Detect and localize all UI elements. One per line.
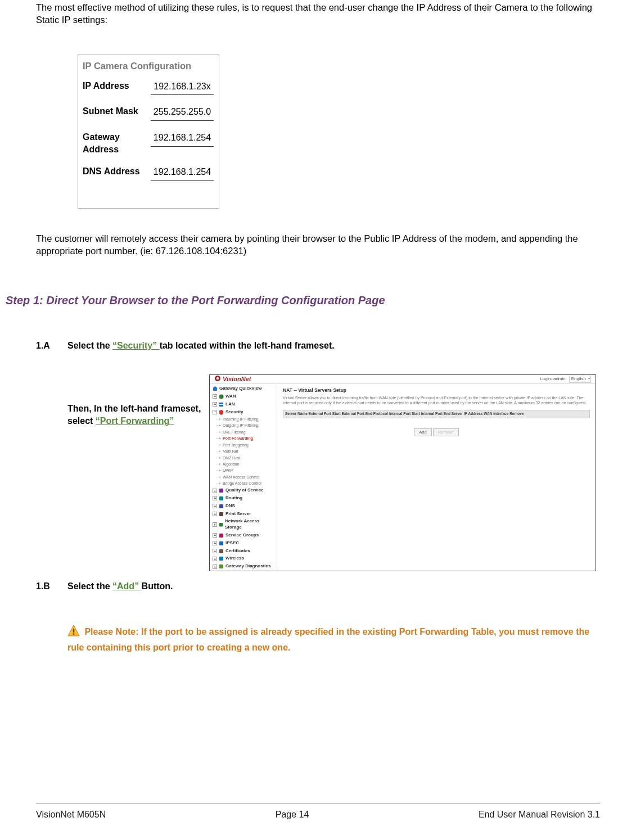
step-1b: 1.B Select the “Add” Button. [36, 580, 600, 593]
footer-page-number: Page 14 [276, 809, 309, 821]
sidebar-sub-item[interactable]: UPnP [211, 467, 275, 473]
sidebar-sub-item[interactable]: Algorithm [211, 461, 275, 467]
svg-point-4 [219, 394, 224, 399]
expand-icon[interactable]: + [213, 402, 217, 407]
sidebar-item-quickview[interactable]: Gateway QuickView [211, 385, 275, 393]
sidebar-sub-item[interactable]: Multi Nat [211, 448, 275, 454]
row-value: 192.168.1.23x [151, 80, 214, 96]
svg-rect-20 [73, 634, 74, 635]
sidebar-item[interactable]: +Gateway Statistics [211, 571, 275, 571]
expand-icon[interactable]: + [213, 504, 217, 508]
expand-icon[interactable]: + [213, 541, 217, 545]
expand-icon[interactable]: + [213, 549, 217, 553]
table-row: Gateway Address 192.168.1.254 [78, 131, 219, 165]
menu-icon [219, 549, 224, 554]
row-value: 255.255.255.0 [151, 106, 214, 121]
table-row: DNS Address 192.168.1.254 [78, 165, 219, 191]
sidebar-sub-item[interactable]: WAN Access Control [211, 474, 275, 480]
sidebar-item[interactable]: +Gateway Diagnostics [211, 563, 275, 571]
sidebar-item-wan[interactable]: + WAN [211, 393, 275, 401]
sidebar-sub-item[interactable]: Incoming IP Filtering [211, 416, 275, 422]
sidebar-sub-item[interactable]: Outgoing IP Filtering [211, 422, 275, 428]
sidebar-item[interactable]: +Print Server [211, 510, 275, 518]
menu-icon [219, 541, 224, 546]
row-value: 192.168.1.254 [151, 132, 214, 147]
globe-icon [219, 394, 224, 399]
expand-icon[interactable]: + [213, 394, 217, 399]
config-table-title: IP Camera Configuration [78, 55, 219, 80]
step-1-heading: Step 1: Direct Your Browser to the Port … [6, 293, 600, 308]
row-label: DNS Address [83, 165, 150, 181]
warning-note: Please Note: If the port to be assigned … [67, 625, 600, 653]
security-link[interactable]: “Security” [112, 341, 160, 350]
language-selector[interactable]: English▾ [569, 376, 591, 383]
sidebar-item[interactable]: +Wireless [211, 555, 275, 563]
svg-rect-9 [219, 504, 223, 508]
main-content: NAT -- Virtual Servers Setup Virtual Ser… [277, 384, 596, 571]
network-icon [219, 402, 224, 407]
expand-icon[interactable]: + [213, 489, 217, 493]
sidebar-item[interactable]: +Network Access Storage [211, 518, 275, 532]
nat-description: Virtual Server allows you to direct inco… [283, 396, 590, 405]
collapse-icon[interactable]: − [213, 410, 217, 414]
svg-rect-19 [73, 629, 74, 633]
menu-icon [219, 496, 224, 501]
step-instruction: Select the “Add” Button. [67, 580, 173, 593]
warning-icon [67, 625, 80, 640]
sidebar-sub-item[interactable]: URL Filtering [211, 429, 275, 435]
expand-icon[interactable]: + [213, 496, 217, 500]
svg-rect-5 [219, 403, 223, 404]
sidebar-sub-item[interactable]: DMZ Host [211, 455, 275, 461]
text-segment: Select the [67, 341, 112, 350]
brand-logo: VisionNet [214, 375, 251, 383]
svg-rect-12 [219, 534, 223, 538]
expand-icon[interactable]: + [213, 522, 217, 527]
step-1a: 1.A Select the “Security” tab located wi… [36, 340, 600, 352]
expand-icon[interactable]: + [213, 512, 217, 516]
add-button[interactable]: Add [414, 428, 431, 436]
sidebar-item-lan[interactable]: + LAN [211, 400, 275, 408]
sub-instruction: Then, In the left-hand frameset, select … [67, 374, 204, 428]
row-label: Subnet Mask [83, 105, 150, 121]
sidebar-item[interactable]: +Certificates [211, 547, 275, 555]
step-number: 1.B [36, 580, 67, 593]
svg-rect-8 [219, 496, 223, 500]
ip-config-table: IP Camera Configuration IP Address 192.1… [78, 55, 219, 209]
text-segment: Button. [142, 581, 173, 591]
menu-icon [219, 533, 224, 538]
expand-icon[interactable]: + [213, 533, 217, 538]
sidebar-sub-item[interactable]: Port Forwarding [211, 435, 275, 441]
sidebar-item-security[interactable]: − Security [211, 408, 275, 416]
row-label: IP Address [83, 80, 150, 96]
svg-rect-10 [219, 512, 223, 516]
virtual-server-table-header: Server Name External Port Start External… [283, 410, 590, 418]
expand-icon[interactable]: + [213, 564, 217, 569]
sidebar-item[interactable]: +DNS [211, 502, 275, 510]
expand-icon[interactable]: + [213, 557, 217, 561]
svg-rect-2 [213, 388, 217, 391]
sidebar-item[interactable]: +Quality of Service [211, 487, 275, 495]
menu-icon [219, 488, 224, 493]
step-instruction: Select the “Security” tab located within… [67, 340, 335, 352]
menu-icon [219, 556, 224, 561]
access-instruction: The customer will remotely access their … [36, 232, 600, 258]
svg-rect-14 [219, 549, 223, 553]
text-segment: Select the [67, 581, 112, 591]
sidebar-item[interactable]: +Service Groups [211, 532, 275, 540]
sidebar-sub-item[interactable]: Port Triggering [211, 442, 275, 448]
sidebar-item[interactable]: +IPSEC [211, 539, 275, 547]
login-status: Login: admin English▾ [540, 376, 591, 383]
row-label: Gateway Address [83, 131, 150, 155]
sidebar-item[interactable]: +Routing [211, 495, 275, 503]
port-forwarding-link[interactable]: “Port Forwarding” [96, 416, 174, 426]
remove-button[interactable]: Remove [433, 428, 459, 436]
add-link[interactable]: “Add” [112, 581, 142, 591]
svg-rect-11 [219, 523, 223, 527]
svg-rect-6 [219, 405, 223, 407]
svg-rect-15 [219, 557, 223, 561]
sidebar-sub-item[interactable]: Bridge Access Control [211, 480, 275, 486]
table-row: Subnet Mask 255.255.255.0 [78, 105, 219, 131]
menu-icon [219, 504, 224, 509]
row-value: 192.168.1.254 [151, 166, 214, 181]
intro-text: The most effective method of utilizing t… [36, 1, 600, 26]
